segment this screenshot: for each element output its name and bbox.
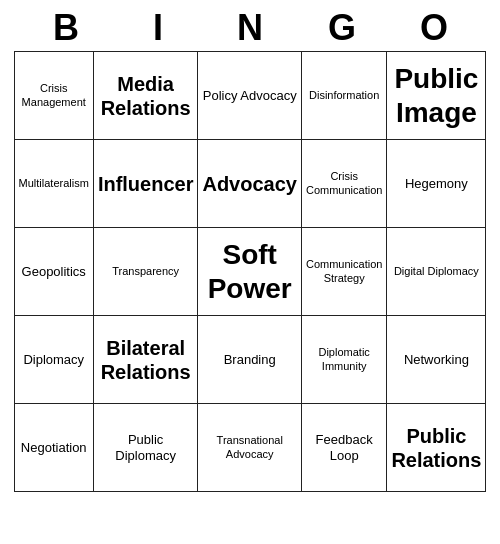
header-letter-g: G: [296, 8, 388, 48]
grid-cell-3-4: Networking: [387, 316, 486, 404]
grid-cell-2-2: Soft Power: [198, 228, 302, 316]
grid-cell-3-3: Diplomatic Immunity: [301, 316, 386, 404]
grid-cell-2-3: Communication Strategy: [301, 228, 386, 316]
header-letter-n: N: [204, 8, 296, 48]
bingo-grid: Crisis ManagementMedia RelationsPolicy A…: [14, 52, 487, 493]
grid-row-2: GeopoliticsTransparencySoft PowerCommuni…: [14, 228, 486, 316]
grid-cell-2-0: Geopolitics: [14, 228, 93, 316]
grid-row-4: NegotiationPublic DiplomacyTransnational…: [14, 404, 486, 492]
grid-cell-0-2: Policy Advocacy: [198, 52, 302, 140]
grid-row-0: Crisis ManagementMedia RelationsPolicy A…: [14, 52, 486, 140]
grid-cell-4-4: Public Relations: [387, 404, 486, 492]
grid-cell-4-2: Transnational Advocacy: [198, 404, 302, 492]
grid-cell-0-0: Crisis Management: [14, 52, 93, 140]
grid-cell-1-0: Multilateralism: [14, 140, 93, 228]
grid-cell-4-1: Public Diplomacy: [93, 404, 198, 492]
header-letter-i: I: [112, 8, 204, 48]
grid-row-1: MultilateralismInfluencerAdvocacyCrisis …: [14, 140, 486, 228]
grid-cell-1-4: Hegemony: [387, 140, 486, 228]
grid-row-3: DiplomacyBilateral RelationsBrandingDipl…: [14, 316, 486, 404]
header-letter-o: O: [388, 8, 480, 48]
grid-cell-1-3: Crisis Communication: [301, 140, 386, 228]
grid-cell-1-1: Influencer: [93, 140, 198, 228]
grid-cell-4-3: Feedback Loop: [301, 404, 386, 492]
grid-cell-3-1: Bilateral Relations: [93, 316, 198, 404]
grid-cell-1-2: Advocacy: [198, 140, 302, 228]
grid-cell-2-4: Digital Diplomacy: [387, 228, 486, 316]
grid-cell-0-1: Media Relations: [93, 52, 198, 140]
header-letter-b: B: [20, 8, 112, 48]
grid-cell-2-1: Transparency: [93, 228, 198, 316]
grid-cell-0-3: Disinformation: [301, 52, 386, 140]
grid-cell-3-0: Diplomacy: [14, 316, 93, 404]
grid-cell-0-4: Public Image: [387, 52, 486, 140]
grid-cell-4-0: Negotiation: [14, 404, 93, 492]
bingo-header: BINGO: [20, 8, 480, 48]
grid-cell-3-2: Branding: [198, 316, 302, 404]
